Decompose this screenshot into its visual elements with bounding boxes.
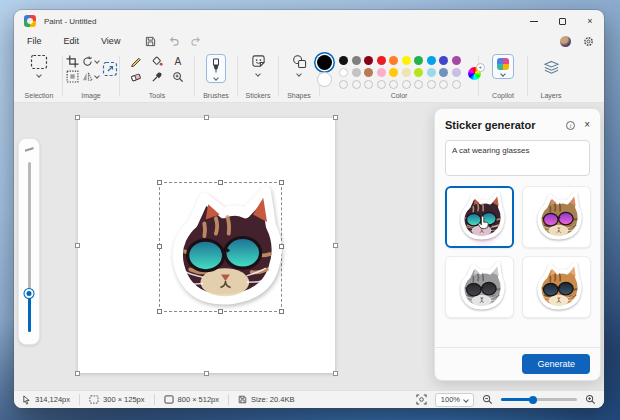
close-button[interactable]: × [576, 10, 604, 32]
selection-tool-button[interactable] [30, 54, 48, 77]
sticker-thumbnail-1[interactable] [445, 186, 514, 248]
crop-icon[interactable] [65, 55, 80, 68]
maximize-button[interactable] [548, 10, 576, 32]
color-swatch[interactable] [389, 56, 398, 65]
color-swatch[interactable] [439, 56, 448, 65]
info-icon[interactable]: i [566, 121, 575, 130]
primary-color-swatch[interactable] [317, 55, 332, 70]
color-swatch[interactable] [439, 68, 448, 77]
tabby-cat-glasses-image [531, 261, 583, 313]
canvas-resize-handle[interactable] [333, 115, 338, 120]
menu-file[interactable]: File [24, 35, 45, 47]
selection-handle[interactable] [157, 180, 162, 185]
selection-handle[interactable] [279, 309, 284, 314]
canvas-resize-handle[interactable] [204, 371, 209, 376]
thickness-slider-fill [28, 295, 31, 332]
rotate-button[interactable] [82, 56, 99, 67]
selection-handle[interactable] [279, 180, 284, 185]
color-swatch-empty[interactable] [389, 80, 398, 89]
color-swatch-empty[interactable] [377, 80, 386, 89]
canvas-resize-handle[interactable] [75, 115, 80, 120]
canvas-resize-handle[interactable] [333, 243, 338, 248]
paint-window: Paint - Untitled × File Edit View [14, 10, 604, 408]
color-swatch[interactable] [339, 56, 348, 65]
color-swatch-empty[interactable] [364, 80, 373, 89]
generate-button[interactable]: Generate [522, 354, 590, 374]
zoom-in-icon[interactable] [585, 394, 596, 405]
color-swatch[interactable] [427, 56, 436, 65]
minimize-button[interactable] [520, 10, 548, 32]
zoom-level-dropdown[interactable]: 100% [435, 393, 474, 407]
redo-icon[interactable] [191, 36, 202, 47]
zoom-slider[interactable] [501, 398, 577, 401]
color-swatch[interactable] [402, 56, 411, 65]
color-swatch-empty[interactable] [414, 80, 423, 89]
color-swatch[interactable] [339, 68, 348, 77]
color-swatch-empty[interactable] [352, 80, 361, 89]
color-swatch-empty[interactable] [452, 80, 461, 89]
stickers-button[interactable] [251, 54, 266, 76]
thickness-slider-thumb[interactable] [25, 289, 34, 298]
prompt-input[interactable]: A cat wearing glasses [445, 140, 590, 176]
save-icon[interactable] [145, 36, 156, 47]
color-swatch[interactable] [452, 56, 461, 65]
color-swatch[interactable] [414, 68, 423, 77]
zoom-slider-thumb[interactable] [529, 396, 537, 404]
selection-handle[interactable] [157, 244, 162, 249]
eraser-tool-icon[interactable] [130, 71, 142, 83]
layers-button[interactable] [543, 54, 560, 79]
hand-cursor-icon [475, 214, 491, 232]
copilot-button[interactable] [492, 54, 514, 79]
selection-handle[interactable] [279, 244, 284, 249]
sticker-thumbnail-3[interactable] [445, 256, 514, 318]
color-swatch[interactable] [364, 56, 373, 65]
sticker-thumbnail-2[interactable] [522, 186, 591, 248]
account-avatar[interactable] [560, 36, 571, 47]
panel-close-icon[interactable]: × [584, 120, 590, 130]
menu-view[interactable]: View [98, 35, 123, 47]
color-swatch[interactable] [377, 68, 386, 77]
color-swatch[interactable] [377, 56, 386, 65]
color-swatch[interactable] [352, 68, 361, 77]
fit-to-screen-icon[interactable] [416, 394, 427, 405]
canvas-resize-handle[interactable] [75, 243, 80, 248]
selection-handle[interactable] [218, 309, 223, 314]
thickness-slider[interactable] [28, 162, 31, 332]
zoom-out-icon[interactable] [482, 394, 493, 405]
color-swatch-empty[interactable] [339, 80, 348, 89]
color-picker-tool-icon[interactable] [151, 71, 163, 83]
color-swatch[interactable] [364, 68, 373, 77]
color-swatch-empty[interactable] [402, 80, 411, 89]
selection-handle[interactable] [157, 309, 162, 314]
shapes-button[interactable] [292, 54, 307, 76]
select-pixels-icon[interactable] [65, 70, 80, 83]
magnifier-tool-icon[interactable] [172, 71, 184, 83]
fill-tool-icon[interactable] [151, 55, 163, 67]
color-swatch[interactable] [389, 68, 398, 77]
color-swatch[interactable] [402, 68, 411, 77]
canvas-resize-handle[interactable] [75, 371, 80, 376]
settings-gear-icon[interactable] [583, 36, 594, 47]
flip-button[interactable] [82, 71, 99, 82]
color-swatch[interactable] [352, 56, 361, 65]
canvas-resize-handle[interactable] [204, 115, 209, 120]
canvas[interactable] [78, 118, 335, 373]
color-swatch-empty[interactable] [439, 80, 448, 89]
text-tool-icon[interactable]: A [172, 55, 184, 67]
color-swatch-empty[interactable] [427, 80, 436, 89]
color-swatch[interactable] [452, 68, 461, 77]
undo-icon[interactable] [168, 36, 179, 47]
title-bar[interactable]: Paint - Untitled × [14, 10, 604, 32]
color-swatch[interactable] [414, 56, 423, 65]
color-swatch[interactable] [427, 68, 436, 77]
selection-handle[interactable] [218, 180, 223, 185]
secondary-color-swatch[interactable] [317, 72, 332, 87]
brushes-button[interactable] [206, 54, 226, 83]
menu-edit[interactable]: Edit [61, 35, 83, 47]
pencil-tool-icon[interactable] [130, 55, 142, 67]
resize-image-icon[interactable] [102, 61, 118, 77]
sticker-thumbnail-4[interactable] [522, 256, 591, 318]
cat-sticker-image[interactable] [157, 183, 285, 315]
sticker-selection[interactable] [159, 182, 282, 312]
canvas-resize-handle[interactable] [333, 371, 338, 376]
